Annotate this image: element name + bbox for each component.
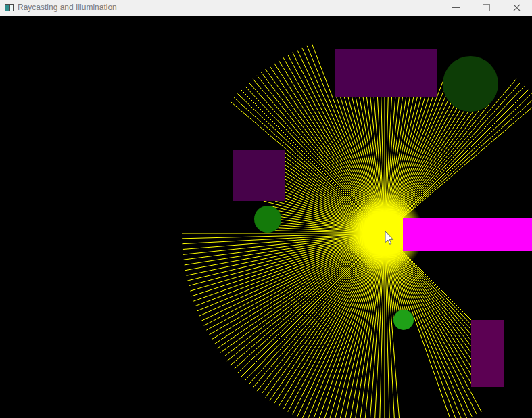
maximize-icon [483,4,490,11]
window-controls [441,0,532,16]
window-title: Raycasting and Illumination [18,0,117,16]
bottom-green-circle [393,310,414,330]
left-green-circle [254,206,281,233]
left-purple-square [233,150,285,201]
dark-green-circle [443,56,498,112]
close-button[interactable] [502,0,532,16]
app-icon [5,4,14,11]
minimize-icon [452,7,460,8]
raycast-canvas[interactable] [0,0,532,418]
close-icon [513,4,521,11]
app-window: Raycasting and Illumination [0,0,532,418]
minimize-button[interactable] [441,0,471,16]
maximize-button[interactable] [471,0,502,16]
titlebar: Raycasting and Illumination [0,0,532,16]
bottom-right-purple-rect [471,320,504,387]
top-purple-rect [335,49,437,97]
magenta-rect [403,218,532,251]
